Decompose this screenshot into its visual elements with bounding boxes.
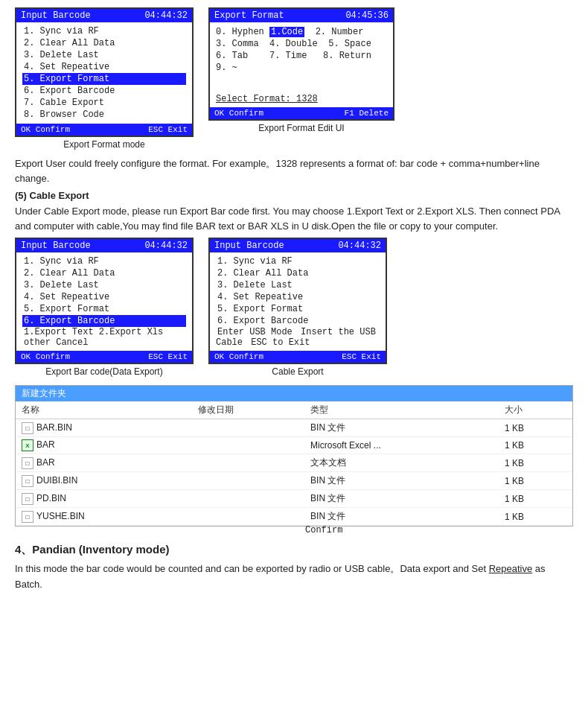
mid-right-item-2[interactable]: 2. Clear All Data bbox=[216, 267, 380, 279]
sub-menu-cancel[interactable]: other Cancel bbox=[22, 337, 89, 349]
footer-ok-left-top: OK Confirm bbox=[21, 125, 70, 134]
mid-left-item-2[interactable]: 2. Clear All Data bbox=[22, 267, 186, 279]
doc-icon: □ bbox=[22, 475, 33, 487]
table-row[interactable]: □BAR文本文档1 KB bbox=[16, 454, 572, 472]
mid-left-item-5[interactable]: 5. Export Format bbox=[22, 303, 186, 315]
file-name-cell: □DUIBI.BIN bbox=[16, 472, 192, 490]
doc-icon: □ bbox=[22, 511, 33, 523]
file-size-cell: 1 KB bbox=[499, 437, 572, 454]
menu-item-2[interactable]: 2. Clear All Data bbox=[22, 37, 186, 49]
file-name-cell: XBAR bbox=[16, 437, 192, 454]
mid-right-item-6[interactable]: 6. Export Barcode bbox=[216, 315, 380, 327]
doc-icon: □ bbox=[22, 422, 33, 434]
file-table: 名称 修改日期 类型 大小 □BAR.BINBIN 文件1 KBXBARMicr… bbox=[16, 401, 572, 526]
footer-esc-left-mid: ESC Exit bbox=[148, 352, 188, 361]
mid-right-item-3[interactable]: 3. Delete Last bbox=[216, 279, 380, 291]
screen-header-left-mid: Input Barcode 04:44:32 bbox=[16, 239, 192, 252]
screen-header-left-top: Input Barcode 04:44:32 bbox=[16, 9, 192, 22]
section4-container: 4、Pandian (Inventory mode) In this mode … bbox=[15, 543, 573, 593]
mid-right-item-4[interactable]: 4. Set Repeative bbox=[216, 291, 380, 303]
screen-time-left-mid: 04:44:32 bbox=[144, 241, 188, 251]
screen-body-right-mid: 1. Sync via RF 2. Clear All Data 3. Dele… bbox=[210, 252, 386, 351]
screen-title-right-mid: Input Barcode bbox=[214, 241, 284, 251]
table-row[interactable]: □YUSHE.BINBIN 文件1 KB bbox=[16, 508, 572, 526]
section4-title: 4、Pandian (Inventory mode) bbox=[15, 543, 573, 557]
caption-export-format-edit: Export Format Edit UI bbox=[258, 123, 344, 133]
table-row[interactable]: □BAR.BINBIN 文件1 KB bbox=[16, 419, 572, 437]
mid-right-item-1[interactable]: 1. Sync via RF bbox=[216, 255, 380, 267]
screen-time-right-mid: 04:44:32 bbox=[338, 241, 381, 251]
file-name-cell: □PD.BIN bbox=[16, 490, 192, 508]
footer-ok-right-top: OK Confirm bbox=[214, 109, 263, 118]
export-format-edit-screen: Export Format 04:45:36 0. Hyphen 1.Code … bbox=[208, 7, 394, 121]
file-explorer-container: 新建文件夹 名称 修改日期 类型 大小 □BAR.BINBIN 文件1 KBXB… bbox=[15, 385, 573, 527]
screen-title-left-mid: Input Barcode bbox=[21, 241, 91, 251]
format-row-2: 6. Tab 7. Time 8. Return bbox=[216, 51, 387, 61]
file-date-cell bbox=[192, 472, 304, 490]
mid-left-item-3[interactable]: 3. Delete Last bbox=[22, 279, 186, 291]
caption-cable-export: Cable Export bbox=[272, 366, 323, 377]
footer-ok-right-mid: OK Confirm bbox=[214, 352, 263, 361]
cable-export-screen: Input Barcode 04:44:32 1. Sync via RF 2.… bbox=[208, 238, 387, 364]
screen-body-right-top: 0. Hyphen 1.Code 2. Number 3. Comma 4. D… bbox=[210, 22, 393, 107]
repeative-underline: Repeative bbox=[489, 563, 533, 574]
menu-item-4[interactable]: 4. Set Repeative bbox=[22, 61, 186, 73]
col-header-name[interactable]: 名称 bbox=[16, 401, 192, 419]
table-row[interactable]: □DUIBI.BINBIN 文件1 KB bbox=[16, 472, 572, 490]
menu-item-3[interactable]: 3. Delete Last bbox=[22, 49, 186, 61]
confirm-label: Confirm bbox=[305, 525, 573, 535]
mid-left-item-6-selected[interactable]: 6. Export Barcode bbox=[22, 315, 186, 327]
menu-item-6[interactable]: 6. Export Barcode bbox=[22, 85, 186, 97]
col-header-type[interactable]: 类型 bbox=[304, 401, 499, 419]
caption-export-format-mode: Export Format mode bbox=[63, 139, 144, 150]
file-name-cell: □YUSHE.BIN bbox=[16, 508, 192, 526]
section4-description: In this mode the bar code would be count… bbox=[15, 562, 573, 593]
footer-esc-right-mid: ESC Exit bbox=[342, 352, 381, 361]
file-type-cell: 文本文档 bbox=[304, 454, 499, 472]
footer-f1-right-top: F1 Delete bbox=[345, 109, 389, 118]
footer-esc-left-top: ESC Exit bbox=[148, 125, 188, 134]
screen-time-left-top: 04:44:32 bbox=[144, 10, 188, 21]
file-name-cell: □BAR bbox=[16, 454, 192, 472]
excel-icon: X bbox=[22, 439, 33, 451]
col-header-size[interactable]: 大小 bbox=[499, 401, 572, 419]
description-export-format: Export User could freely configure the f… bbox=[15, 156, 573, 185]
file-type-cell: BIN 文件 bbox=[304, 419, 499, 437]
file-type-cell: Microsoft Excel ... bbox=[304, 437, 499, 454]
screen-header-right-top: Export Format 04:45:36 bbox=[210, 9, 393, 22]
file-size-cell: 1 KB bbox=[499, 472, 572, 490]
section5-desc: Under Cable Export mode, please run Expo… bbox=[15, 204, 573, 233]
col-header-date[interactable]: 修改日期 bbox=[192, 401, 304, 419]
menu-item-7[interactable]: 7. Cable Export bbox=[22, 97, 186, 109]
file-type-cell: BIN 文件 bbox=[304, 508, 499, 526]
file-date-cell bbox=[192, 508, 304, 526]
file-date-cell bbox=[192, 419, 304, 437]
screen-footer-left-top: OK Confirm ESC Exit bbox=[16, 124, 192, 136]
footer-ok-left-mid: OK Confirm bbox=[21, 352, 70, 361]
file-size-cell: 1 KB bbox=[499, 490, 572, 508]
menu-item-8[interactable]: 8. Browser Code bbox=[22, 109, 186, 121]
screen-footer-left-mid: OK Confirm ESC Exit bbox=[16, 351, 192, 363]
select-format-line: Select Format: 1328 bbox=[216, 94, 387, 104]
export-format-mode-screen: Input Barcode 04:44:32 1. Sync via RF 2.… bbox=[15, 7, 194, 137]
doc-icon: □ bbox=[22, 493, 33, 505]
mid-left-item-1[interactable]: 1. Sync via RF bbox=[22, 255, 186, 267]
mid-right-item-5[interactable]: 5. Export Format bbox=[216, 303, 380, 315]
doc-icon: □ bbox=[22, 457, 33, 469]
screen-title-left-top: Input Barcode bbox=[21, 10, 91, 21]
file-name-cell: □BAR.BIN bbox=[16, 419, 192, 437]
table-row[interactable]: □PD.BINBIN 文件1 KB bbox=[16, 490, 572, 508]
table-row[interactable]: XBARMicrosoft Excel ...1 KB bbox=[16, 437, 572, 454]
screen-body-left-top: 1. Sync via RF 2. Clear All Data 3. Dele… bbox=[16, 22, 192, 124]
format-row-0: 0. Hyphen 1.Code 2. Number bbox=[216, 27, 387, 37]
file-type-cell: BIN 文件 bbox=[304, 490, 499, 508]
menu-item-1[interactable]: 1. Sync via RF bbox=[22, 25, 186, 37]
screen-body-left-mid: 1. Sync via RF 2. Clear All Data 3. Dele… bbox=[16, 252, 192, 351]
mid-left-item-4[interactable]: 4. Set Repeative bbox=[22, 291, 186, 303]
screen-title-right-top: Export Format bbox=[214, 10, 284, 21]
file-explorer-header: 新建文件夹 bbox=[16, 386, 572, 401]
file-size-cell: 1 KB bbox=[499, 454, 572, 472]
menu-item-5-selected[interactable]: 5. Export Format bbox=[22, 73, 186, 85]
export-barcode-screen: Input Barcode 04:44:32 1. Sync via RF 2.… bbox=[15, 238, 194, 364]
file-size-cell: 1 KB bbox=[499, 419, 572, 437]
